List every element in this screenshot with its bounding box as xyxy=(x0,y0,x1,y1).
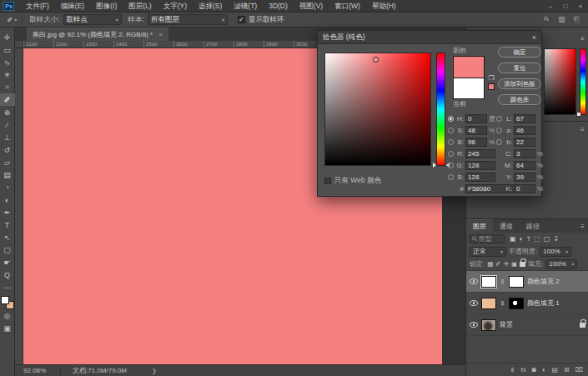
web-safe-color-swatch[interactable] xyxy=(488,83,495,90)
lab-a-input[interactable] xyxy=(514,126,535,135)
move-tool[interactable]: ✛ xyxy=(0,31,15,43)
zoom-tool[interactable]: Q xyxy=(0,268,15,281)
document-size-info[interactable]: 文档:71.0M/79.0M xyxy=(66,366,127,375)
radio-r[interactable] xyxy=(448,151,454,157)
menu-3d[interactable]: 3D(D) xyxy=(264,0,293,13)
tab-channels[interactable]: 通道 xyxy=(493,220,520,233)
marquee-tool[interactable]: ▭ xyxy=(0,43,15,56)
lasso-tool[interactable]: ∿ xyxy=(0,56,15,68)
foreground-color-swatch[interactable] xyxy=(1,296,9,304)
sample-size-dropdown[interactable]: 取样点 ▾ xyxy=(63,14,122,25)
clone-stamp-tool[interactable]: ⊥ xyxy=(0,131,15,143)
lock-all-icon[interactable] xyxy=(520,262,525,267)
radio-g[interactable] xyxy=(448,163,454,168)
color-libraries-button[interactable]: 颜色库 xyxy=(498,94,541,105)
layer-name[interactable]: 颜色填充 1 xyxy=(527,298,560,308)
blend-mode-dropdown[interactable]: 正常 ▾ xyxy=(470,247,506,257)
layer-thumbnail[interactable] xyxy=(481,298,496,309)
quick-mask-button[interactable]: ◎ xyxy=(0,309,15,322)
visibility-eye-icon[interactable] xyxy=(470,322,478,328)
menu-view[interactable]: 视图(V) xyxy=(294,0,328,13)
radio-blue[interactable] xyxy=(448,174,454,180)
layer-style-fx-icon[interactable]: fx xyxy=(521,366,526,373)
layer-mask-thumbnail[interactable] xyxy=(509,276,524,288)
color-panel-hue-strip[interactable] xyxy=(580,48,586,115)
crop-tool[interactable]: ⌗ xyxy=(0,81,15,93)
dialog-close-icon[interactable]: × xyxy=(532,33,536,42)
mask-link-icon[interactable]: ∞ xyxy=(499,300,506,306)
add-layer-mask-icon[interactable]: ◙ xyxy=(532,366,536,373)
panel-menu-icon[interactable]: ≡ xyxy=(580,126,585,133)
hue-input[interactable] xyxy=(465,114,487,123)
lock-position-icon[interactable]: ✛ xyxy=(504,260,509,268)
ok-button[interactable]: 确定 xyxy=(498,47,541,58)
gradient-tool[interactable]: ▤ xyxy=(0,168,15,181)
radio-b[interactable] xyxy=(448,139,454,145)
type-tool[interactable]: T xyxy=(0,218,15,231)
visibility-eye-icon[interactable] xyxy=(470,300,478,306)
cyan-input[interactable] xyxy=(514,149,535,158)
reset-button[interactable]: 复位 xyxy=(498,63,541,73)
close-button[interactable]: × xyxy=(573,0,588,13)
search-icon[interactable]: ⚲ xyxy=(542,15,552,25)
web-safe-cube-icon[interactable]: ❒ xyxy=(488,74,494,82)
new-adjustment-layer-icon[interactable]: ◐ xyxy=(542,366,546,373)
layer-row-color-fill-2[interactable]: ∞ 颜色填充 2 xyxy=(466,271,588,293)
black-input[interactable] xyxy=(514,184,535,193)
tab-close-icon[interactable]: × xyxy=(158,31,163,38)
menu-select[interactable]: 选择(S) xyxy=(193,0,227,13)
filter-smart-object-icon[interactable]: ▢ xyxy=(544,235,550,243)
panel-menu-icon[interactable]: ≡ xyxy=(580,220,588,233)
yellow-input[interactable] xyxy=(514,173,535,182)
shape-tool[interactable]: ▢ xyxy=(0,243,15,256)
menu-image[interactable]: 图像(I) xyxy=(91,0,122,13)
layer-thumbnail[interactable] xyxy=(481,276,496,288)
filter-pin-icon[interactable]: ↧ xyxy=(553,235,559,243)
maximize-button[interactable]: □ xyxy=(558,0,573,13)
lab-b-input[interactable] xyxy=(514,138,535,147)
red-input[interactable] xyxy=(465,149,495,158)
menu-edit[interactable]: 编辑(E) xyxy=(56,0,89,13)
menu-layer[interactable]: 图层(L) xyxy=(123,0,156,13)
lock-artboard-icon[interactable]: ▣ xyxy=(511,260,517,268)
mask-link-icon[interactable]: ∞ xyxy=(499,278,506,284)
screen-mode-button[interactable]: ▣ xyxy=(0,322,15,334)
filter-type-icon[interactable]: T xyxy=(526,235,530,243)
brush-tool[interactable]: ∕ xyxy=(0,118,15,131)
edit-toolbar-button[interactable]: ⋯ xyxy=(0,281,15,293)
path-selection-tool[interactable]: ↖ xyxy=(0,231,15,243)
menu-filter[interactable]: 滤镜(T) xyxy=(229,0,262,13)
green-input[interactable] xyxy=(465,161,495,170)
hand-tool[interactable]: ☛ xyxy=(0,256,15,268)
delete-layer-icon[interactable]: ⌧ xyxy=(575,366,583,373)
panel-menu-icon[interactable]: ≡ xyxy=(580,35,585,43)
radio-l[interactable] xyxy=(496,116,502,122)
workspace-icon[interactable]: ▥ xyxy=(558,15,565,24)
saturation-brightness-field[interactable] xyxy=(324,53,431,166)
magic-wand-tool[interactable]: ✳ xyxy=(0,68,15,81)
saturation-input[interactable] xyxy=(465,126,487,135)
layer-name[interactable]: 背景 xyxy=(500,320,513,329)
sample-dropdown[interactable]: 所有图层 ▾ xyxy=(148,14,228,25)
layer-row-color-fill-1[interactable]: ∞ 颜色填充 1 xyxy=(466,293,588,314)
add-to-swatches-button[interactable]: 添加到色板 xyxy=(498,78,541,89)
fill-dropdown[interactable]: 100% ▾ xyxy=(545,259,577,269)
opacity-dropdown[interactable]: 100% ▾ xyxy=(540,247,571,257)
hue-slider[interactable] xyxy=(436,53,445,166)
menu-help[interactable]: 帮助(H) xyxy=(367,0,401,13)
pen-tool[interactable]: ✒ xyxy=(0,206,15,218)
layer-filter-search[interactable]: ⚲ 类型 xyxy=(470,234,505,243)
radio-lab-b[interactable] xyxy=(496,139,502,145)
history-brush-tool[interactable]: ↺ xyxy=(0,143,15,156)
filter-pixel-icon[interactable]: ▣ xyxy=(510,235,516,243)
filter-shape-icon[interactable]: ⬚ xyxy=(534,235,540,243)
new-layer-icon[interactable]: ⊞ xyxy=(564,366,570,373)
radio-s[interactable] xyxy=(448,128,454,133)
dialog-title-bar[interactable]: 拾色器 (纯色) × xyxy=(318,31,541,44)
tab-layers[interactable]: 图层 xyxy=(466,219,493,233)
eyedropper-tool[interactable]: ✐ xyxy=(0,93,15,106)
tool-preset-picker[interactable]: ✐ ▾ xyxy=(0,13,23,27)
new-group-icon[interactable]: ▤ xyxy=(552,366,559,373)
layer-thumbnail[interactable] xyxy=(481,319,496,331)
link-layers-icon[interactable]: ∞ xyxy=(509,367,516,373)
